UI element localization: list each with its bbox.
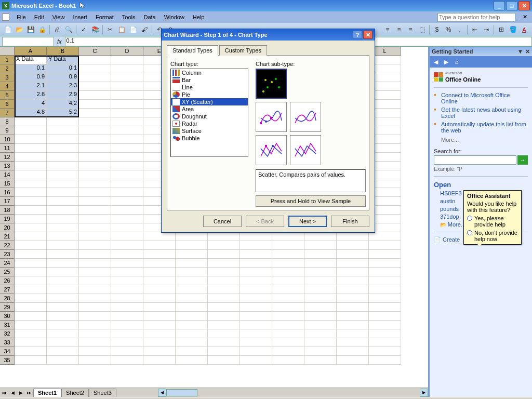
- menu-format[interactable]: Format: [91, 13, 118, 21]
- cell[interactable]: [143, 347, 176, 356]
- cell[interactable]: [272, 276, 304, 285]
- row-header[interactable]: 26: [0, 276, 15, 285]
- cell[interactable]: [337, 259, 369, 268]
- cell[interactable]: [111, 153, 143, 162]
- row-header[interactable]: 3: [0, 73, 15, 82]
- tab-custom-types[interactable]: Custom Types: [219, 45, 267, 56]
- cell[interactable]: [304, 268, 337, 276]
- cut-icon[interactable]: ✂: [105, 24, 115, 35]
- cell[interactable]: [240, 356, 272, 365]
- cell[interactable]: [79, 126, 111, 135]
- cell[interactable]: [79, 294, 111, 303]
- cell[interactable]: [111, 223, 143, 232]
- cell[interactable]: [79, 144, 111, 153]
- cell[interactable]: [337, 303, 369, 312]
- cell[interactable]: [15, 162, 47, 170]
- cell[interactable]: [176, 347, 208, 356]
- cell[interactable]: [111, 100, 143, 109]
- cell[interactable]: [176, 329, 208, 338]
- cell[interactable]: [111, 215, 143, 223]
- cell[interactable]: [15, 276, 47, 285]
- row-header[interactable]: 6: [0, 100, 15, 109]
- cell[interactable]: [337, 356, 369, 365]
- cell[interactable]: [176, 250, 208, 259]
- cell[interactable]: [15, 329, 47, 338]
- cancel-button[interactable]: Cancel: [203, 216, 242, 227]
- cell[interactable]: [337, 294, 369, 303]
- cell[interactable]: [47, 259, 79, 268]
- cell[interactable]: [208, 259, 240, 268]
- tab-last-icon[interactable]: ⏭: [25, 389, 33, 397]
- cell[interactable]: [369, 303, 401, 312]
- cell[interactable]: [47, 144, 79, 153]
- borders-icon[interactable]: ⊞: [496, 24, 507, 35]
- cell[interactable]: [47, 215, 79, 223]
- cell[interactable]: [272, 241, 304, 250]
- row-header[interactable]: 34: [0, 347, 15, 356]
- cell[interactable]: 4.8: [15, 109, 47, 117]
- column-header[interactable]: B: [47, 47, 79, 56]
- cell[interactable]: X Data: [15, 56, 47, 64]
- row-header[interactable]: 31: [0, 321, 15, 329]
- cell[interactable]: 0.9: [15, 73, 47, 82]
- cell[interactable]: 0.9: [47, 73, 79, 82]
- paste-icon[interactable]: 📄: [128, 24, 138, 35]
- chart-type-listbox[interactable]: ColumnBarLinePieXY (Scatter)AreaDoughnut…: [170, 69, 248, 157]
- cell[interactable]: 0.1: [47, 64, 79, 73]
- cell[interactable]: [111, 356, 143, 365]
- cell[interactable]: [47, 126, 79, 135]
- fx-icon[interactable]: fx: [57, 38, 62, 45]
- cell[interactable]: [304, 250, 337, 259]
- cell[interactable]: [143, 268, 176, 276]
- cell[interactable]: [79, 285, 111, 294]
- cell[interactable]: [176, 321, 208, 329]
- dialog-close-button[interactable]: ✕: [363, 31, 373, 39]
- cell[interactable]: [15, 312, 47, 321]
- cell[interactable]: 4.2: [47, 100, 79, 109]
- chart-type-item[interactable]: Area: [171, 105, 248, 113]
- cell[interactable]: [47, 135, 79, 144]
- select-all-corner[interactable]: [0, 47, 15, 56]
- cell[interactable]: [15, 303, 47, 312]
- cell[interactable]: [111, 162, 143, 170]
- row-header[interactable]: 8: [0, 117, 15, 126]
- cell[interactable]: [47, 232, 79, 241]
- row-header[interactable]: 32: [0, 329, 15, 338]
- cell[interactable]: [47, 170, 79, 179]
- horizontal-scrollbar[interactable]: ◀▶: [158, 389, 428, 397]
- cell[interactable]: [208, 321, 240, 329]
- cell[interactable]: [369, 276, 401, 285]
- cell[interactable]: [79, 206, 111, 215]
- balloon-option-yes[interactable]: Yes, please provide help: [467, 215, 518, 228]
- cell[interactable]: [47, 179, 79, 188]
- row-header[interactable]: 9: [0, 126, 15, 135]
- cell[interactable]: [240, 285, 272, 294]
- cell[interactable]: [79, 223, 111, 232]
- cell[interactable]: [208, 356, 240, 365]
- row-header[interactable]: 23: [0, 250, 15, 259]
- cell[interactable]: [143, 312, 176, 321]
- cell[interactable]: [143, 285, 176, 294]
- row-header[interactable]: 17: [0, 197, 15, 206]
- cell[interactable]: [369, 338, 401, 347]
- cell[interactable]: [369, 294, 401, 303]
- cell[interactable]: [111, 303, 143, 312]
- permission-icon[interactable]: 🔒: [37, 24, 47, 35]
- cell[interactable]: [47, 153, 79, 162]
- cell[interactable]: [143, 241, 176, 250]
- cell[interactable]: [111, 259, 143, 268]
- format-painter-icon[interactable]: 🖌: [139, 24, 150, 35]
- row-header[interactable]: 35: [0, 356, 15, 365]
- chart-type-item[interactable]: Radar: [171, 120, 248, 127]
- cell[interactable]: [369, 268, 401, 276]
- cell[interactable]: [176, 232, 208, 241]
- cell[interactable]: [15, 338, 47, 347]
- cell[interactable]: [240, 241, 272, 250]
- next-button[interactable]: Next >: [288, 216, 327, 227]
- cell[interactable]: [111, 135, 143, 144]
- tab-prev-icon[interactable]: ◀: [8, 389, 17, 397]
- row-header[interactable]: 2: [0, 64, 15, 73]
- cell[interactable]: [79, 276, 111, 285]
- maximize-button[interactable]: □: [506, 1, 517, 10]
- cell[interactable]: [79, 241, 111, 250]
